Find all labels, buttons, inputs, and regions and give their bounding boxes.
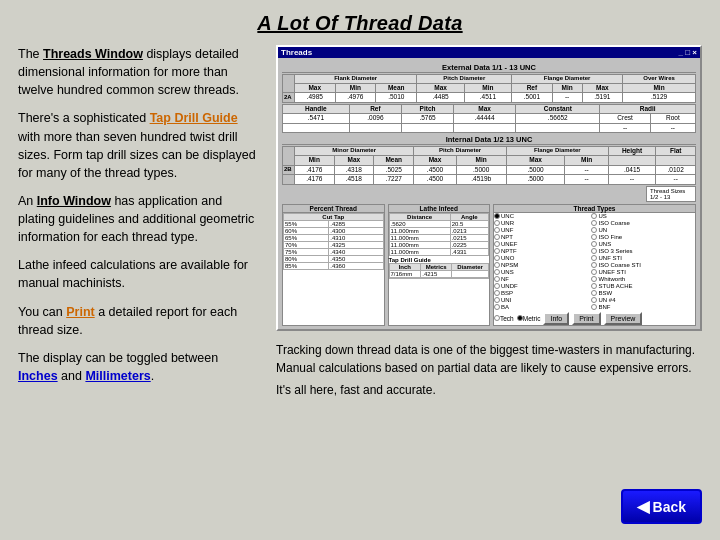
bottom-radio-row: Tech Metric Info Print Preview xyxy=(494,312,695,325)
thread-types-label: Thread Types xyxy=(494,205,695,213)
bottom-text-2: It's all here, fast and accurate. xyxy=(276,381,702,399)
lathe-infeed-table: DistanceAngle .562020.5 11.000mm.0213 11… xyxy=(389,213,490,256)
bottom-text-1: Tracking down thread data is one of the … xyxy=(276,341,702,377)
bottom-description: Tracking down thread data is one of the … xyxy=(276,341,702,399)
internal-section-label: Internal Data 1/2 13 UNC xyxy=(282,135,696,145)
page-title: A Lot Of Thread Data xyxy=(0,0,720,45)
paragraph-4: Lathe infeed calculations are available … xyxy=(18,256,258,292)
window-controls[interactable]: _ □ × xyxy=(679,48,697,57)
info-button[interactable]: Info xyxy=(543,312,569,325)
lathe-infeed-label: Lathe Infeed xyxy=(389,205,490,213)
paragraph-6: The display can be toggled between Inche… xyxy=(18,349,258,385)
back-arrow-icon: ◀ xyxy=(637,497,649,516)
lathe-infeed-box: Lathe Infeed DistanceAngle .562020.5 11.… xyxy=(388,204,491,326)
right-panel: Threads _ □ × External Data 1/1 - 13 UNC… xyxy=(276,45,702,533)
back-button[interactable]: ◀ Back xyxy=(621,489,702,524)
thread-types-box: Thread Types UNC US UNR ISO Coarse UNF U… xyxy=(493,204,696,326)
left-panel: The Threads Window displays detailed dim… xyxy=(18,45,258,533)
tap-drill-guide-link: Tap Drill Guide xyxy=(150,111,238,125)
tap-drill-guide-section: Tap Drill Guide InchMetricsDiameter 7/16… xyxy=(389,257,490,279)
inches-link: Inches xyxy=(18,369,58,383)
internal-table: Minor Diameter Pitch Diameter Flange Dia… xyxy=(282,146,696,185)
window-title: Threads xyxy=(281,48,312,57)
paragraph-1: The Threads Window displays detailed dim… xyxy=(18,45,258,99)
external-table: Flank Diameter Pitch Diameter Flange Dia… xyxy=(282,74,696,103)
middle-table: HandleRefPitchMaxConstantRadii .5471.009… xyxy=(282,104,696,133)
info-window-link: Info Window xyxy=(37,194,111,208)
threads-window-link: Threads Window xyxy=(43,47,143,61)
back-label: Back xyxy=(653,499,686,515)
preview-button[interactable]: Preview xyxy=(604,312,643,325)
bottom-data-area: Percent Thread Cut Tap 55%.4285 60%.4300… xyxy=(282,204,696,326)
paragraph-5: You can Print a detailed report for each… xyxy=(18,303,258,339)
percent-thread-box: Percent Thread Cut Tap 55%.4285 60%.4300… xyxy=(282,204,385,326)
millimeters-link: Millimeters xyxy=(85,369,150,383)
print-link: Print xyxy=(66,305,94,319)
percent-thread-table: Cut Tap 55%.4285 60%.4300 65%.4310 70%.4… xyxy=(283,213,384,270)
thread-window: Threads _ □ × External Data 1/1 - 13 UNC… xyxy=(276,45,702,331)
percent-thread-label: Percent Thread xyxy=(283,205,384,213)
external-section-label: External Data 1/1 - 13 UNC xyxy=(282,63,696,73)
print-button[interactable]: Print xyxy=(572,312,600,325)
paragraph-2: There's a sophisticated Tap Drill Guide … xyxy=(18,109,258,182)
thread-types-list: UNC US UNR ISO Coarse UNF UN NPT ISO Fin… xyxy=(494,213,695,310)
paragraph-3: An Info Window has application and plati… xyxy=(18,192,258,246)
window-titlebar: Threads _ □ × xyxy=(278,47,700,58)
thread-sizes-display[interactable]: Thread Sizes1/2 - 13 xyxy=(646,186,696,202)
